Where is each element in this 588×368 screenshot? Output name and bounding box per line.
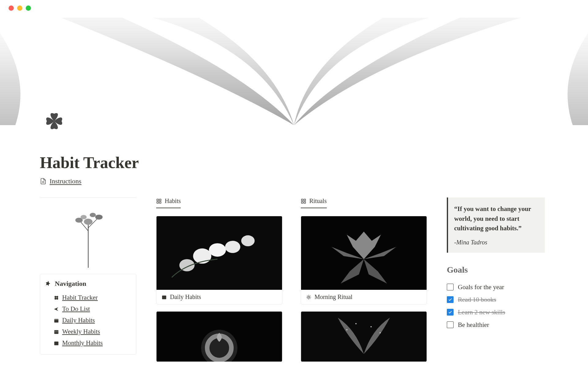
nav-item-todo[interactable]: To Do List	[44, 303, 132, 315]
sun-icon	[306, 294, 311, 300]
svg-rect-47	[301, 312, 426, 362]
arrow-icon	[54, 306, 59, 312]
daily-habits-card[interactable]: Daily Habits	[156, 216, 282, 305]
svg-rect-22	[157, 201, 158, 203]
rituals-tab[interactable]: Rituals	[301, 197, 327, 208]
goals-list: Goals for the yearRead 10 booksLearn 2 n…	[447, 281, 545, 331]
svg-point-14	[56, 298, 58, 300]
svg-rect-19	[54, 341, 58, 345]
svg-line-43	[307, 295, 308, 296]
card-image	[301, 216, 427, 290]
svg-line-46	[310, 295, 311, 296]
svg-rect-0	[0, 18, 588, 125]
nav-item-monthly[interactable]: Monthly Habits	[44, 337, 132, 349]
svg-point-27	[225, 241, 240, 253]
svg-point-26	[209, 243, 226, 257]
svg-rect-17	[54, 330, 58, 334]
maximize-window-button[interactable]	[26, 6, 31, 11]
svg-point-28	[241, 235, 255, 246]
goal-item[interactable]: Read 10 books	[447, 293, 545, 306]
sidebar-column: Navigation Habit Tracker To Do List Dail…	[40, 197, 136, 362]
page-title[interactable]: Habit Tracker	[40, 153, 548, 172]
svg-rect-16	[54, 319, 58, 320]
nav-item-daily[interactable]: Daily Habits	[44, 315, 132, 326]
svg-rect-35	[301, 201, 303, 203]
svg-point-10	[90, 213, 96, 217]
grid-icon	[156, 198, 162, 204]
svg-point-13	[55, 298, 56, 300]
goal-item[interactable]: Goals for the year	[447, 281, 545, 293]
calendar-month-icon	[54, 340, 59, 346]
calendar-week-icon	[54, 329, 59, 335]
instructions-label: Instructions	[50, 177, 81, 185]
navigation-heading: Navigation	[44, 280, 132, 288]
svg-rect-34	[304, 199, 306, 201]
rituals-card-2[interactable]	[301, 311, 427, 362]
card-image	[156, 216, 282, 290]
clover-icon	[54, 295, 59, 301]
svg-point-50	[371, 326, 372, 327]
right-column: “If you want to change your world, you n…	[447, 197, 545, 362]
cover-image[interactable]	[0, 18, 588, 125]
navigation-callout: Navigation Habit Tracker To Do List Dail…	[40, 274, 136, 355]
calendar-day-icon	[54, 318, 59, 323]
svg-line-45	[307, 298, 308, 299]
goal-label: Learn 2 new skills	[458, 309, 505, 316]
svg-point-7	[95, 215, 103, 220]
rituals-gallery: Rituals Morning Ritual	[301, 197, 427, 362]
svg-rect-23	[160, 201, 161, 203]
card-footer: Daily Habits	[156, 290, 282, 304]
svg-rect-36	[304, 201, 306, 203]
goal-item[interactable]: Learn 2 new skills	[447, 306, 545, 319]
svg-point-8	[84, 219, 92, 225]
pin-icon	[44, 280, 51, 287]
minimize-window-button[interactable]	[17, 6, 22, 11]
checkbox[interactable]	[447, 321, 454, 328]
svg-point-9	[81, 215, 87, 219]
document-icon	[40, 178, 47, 185]
svg-rect-33	[301, 199, 303, 201]
goals-heading: Goals	[447, 265, 545, 275]
goal-item[interactable]: Be healthier	[447, 319, 545, 331]
svg-point-12	[56, 296, 58, 298]
svg-point-11	[55, 296, 56, 298]
nav-item-weekly[interactable]: Weekly Habits	[44, 326, 132, 337]
goal-label: Read 10 books	[458, 296, 496, 304]
card-footer: Morning Ritual	[301, 290, 427, 304]
svg-point-49	[355, 323, 356, 324]
instructions-link[interactable]: Instructions	[40, 177, 548, 185]
flower-image	[68, 206, 108, 268]
svg-rect-30	[162, 295, 166, 299]
svg-rect-21	[160, 199, 161, 201]
quote-callout: “If you want to change your world, you n…	[447, 197, 545, 253]
nav-item-habit-tracker[interactable]: Habit Tracker	[44, 292, 132, 303]
quote-author: -Mina Tadros	[454, 239, 539, 246]
habits-gallery: Habits Daily Habits	[156, 197, 282, 362]
svg-point-48	[346, 329, 348, 330]
svg-rect-20	[157, 199, 158, 201]
svg-point-51	[379, 332, 381, 333]
calendar-icon	[161, 294, 167, 300]
goal-label: Be healthier	[458, 321, 489, 329]
close-window-button[interactable]	[9, 6, 14, 11]
window-controls	[0, 0, 588, 16]
checkbox[interactable]	[447, 284, 454, 290]
grid-icon	[301, 198, 306, 204]
goal-label: Goals for the year	[458, 283, 504, 291]
habits-card-2[interactable]	[156, 311, 282, 362]
checkbox[interactable]	[447, 296, 454, 303]
checkbox[interactable]	[447, 309, 454, 316]
divider	[40, 197, 136, 198]
page-icon-clover[interactable]	[42, 109, 66, 133]
quote-text: “If you want to change your world, you n…	[454, 204, 539, 233]
svg-line-44	[310, 298, 311, 299]
morning-ritual-card[interactable]: Morning Ritual	[301, 216, 427, 305]
svg-point-38	[308, 296, 310, 298]
habits-tab[interactable]: Habits	[156, 197, 181, 208]
